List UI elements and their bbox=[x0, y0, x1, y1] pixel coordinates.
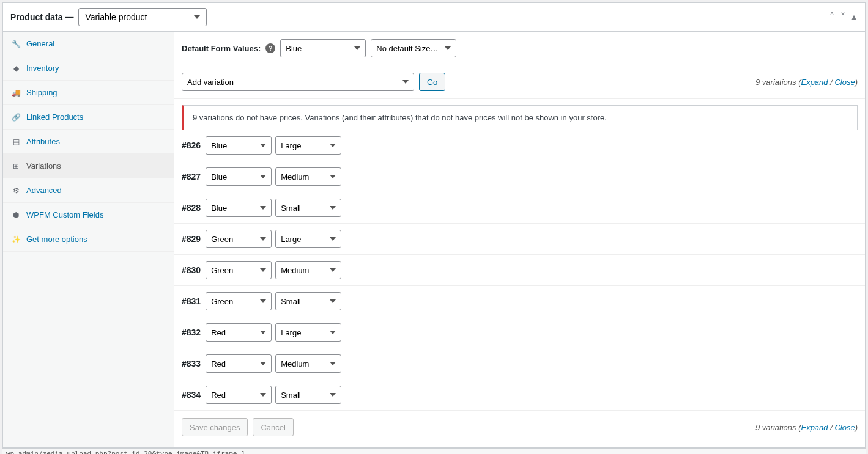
variation-id: #830 bbox=[182, 265, 201, 275]
variations-count-top: 9 variations (Expand / Close) bbox=[755, 78, 858, 87]
variation-id: #831 bbox=[182, 296, 201, 306]
variation-size-select[interactable]: Small bbox=[275, 199, 341, 217]
variation-size-select[interactable]: Small bbox=[275, 292, 341, 310]
variations-content: Default Form Values: ? Blue No default S… bbox=[174, 32, 865, 447]
list-icon: ▤ bbox=[12, 137, 20, 146]
sidebar-item-advanced[interactable]: ⚙Advanced bbox=[3, 178, 174, 203]
variation-id: #826 bbox=[182, 141, 201, 150]
sidebar-item-label: WPFM Custom Fields bbox=[26, 210, 103, 219]
default-form-values-toolbar: Default Form Values: ? Blue No default S… bbox=[174, 32, 865, 65]
variation-id: #828 bbox=[182, 203, 201, 213]
variation-color-select[interactable]: Blue bbox=[206, 199, 272, 217]
variation-color-select[interactable]: Green bbox=[206, 292, 272, 310]
variation-color-select[interactable]: Blue bbox=[206, 136, 272, 155]
sidebar-item-label: Inventory bbox=[26, 64, 59, 73]
expand-link-top[interactable]: Expand bbox=[801, 78, 828, 87]
variation-size-select[interactable]: Small bbox=[275, 386, 341, 404]
variations-list: #826BlueLarge#827BlueMedium#828BlueSmall… bbox=[174, 130, 865, 411]
variation-id: #829 bbox=[182, 234, 201, 244]
close-link-top[interactable]: Close bbox=[834, 78, 855, 87]
sidebar-item-label: Linked Products bbox=[26, 112, 83, 122]
variation-size-select[interactable]: Medium bbox=[275, 167, 341, 186]
save-changes-button[interactable]: Save changes bbox=[182, 418, 248, 436]
panel-move-up-icon[interactable]: ˄ bbox=[828, 11, 836, 23]
close-link-bottom[interactable]: Close bbox=[834, 423, 855, 432]
grid-icon: ⊞ bbox=[12, 162, 20, 170]
default-form-values-label: Default Form Values: bbox=[182, 44, 261, 53]
variation-row[interactable]: #828BlueSmall bbox=[174, 192, 865, 224]
panel-title: Product data — bbox=[10, 12, 73, 22]
wand-icon: ✨ bbox=[12, 235, 20, 244]
price-warning-notice: 9 variations do not have prices. Variati… bbox=[182, 105, 858, 130]
default-color-select[interactable]: Blue bbox=[280, 39, 366, 57]
variation-id: #832 bbox=[182, 328, 201, 337]
variation-color-select[interactable]: Red bbox=[206, 354, 272, 373]
cube-icon: ⬢ bbox=[12, 211, 20, 219]
wrench-icon: 🔧 bbox=[12, 40, 20, 48]
sidebar-item-label: General bbox=[26, 39, 54, 48]
panel-toggle-icon[interactable]: ▴ bbox=[850, 11, 858, 23]
variations-actions-top: Add variation Go 9 variations (Expand / … bbox=[174, 65, 865, 99]
truck-icon: 🚚 bbox=[12, 89, 20, 97]
sidebar-item-label: Variations bbox=[26, 161, 61, 170]
variations-count-bottom: 9 variations (Expand / Close) bbox=[755, 423, 858, 432]
variation-color-select[interactable]: Green bbox=[206, 261, 272, 279]
sidebar-item-inventory[interactable]: ◆Inventory bbox=[3, 56, 174, 81]
variation-row[interactable]: #831GreenSmall bbox=[174, 286, 865, 317]
panel-controls: ˄ ˅ ▴ bbox=[828, 11, 858, 23]
sidebar-item-attributes[interactable]: ▤Attributes bbox=[3, 130, 174, 154]
help-icon[interactable]: ? bbox=[265, 43, 275, 53]
variations-actions-bottom: Save changes Cancel 9 variations (Expand… bbox=[174, 411, 865, 444]
variation-color-select[interactable]: Blue bbox=[206, 167, 272, 186]
variation-color-select[interactable]: Red bbox=[206, 323, 272, 342]
variation-size-select[interactable]: Medium bbox=[275, 354, 341, 373]
sidebar-item-label: Attributes bbox=[26, 137, 60, 146]
variation-row[interactable]: #834RedSmall bbox=[174, 379, 865, 411]
sidebar-item-variations[interactable]: ⊞Variations bbox=[3, 154, 174, 178]
product-type-select[interactable]: Variable product bbox=[78, 8, 207, 26]
variation-id: #827 bbox=[182, 172, 201, 181]
variation-id: #834 bbox=[182, 390, 201, 400]
sidebar-item-more[interactable]: ✨Get more options bbox=[3, 227, 174, 252]
expand-link-bottom[interactable]: Expand bbox=[801, 423, 828, 432]
browser-statusbar: wp-admin/media-upload.php?post_id=20&typ… bbox=[2, 448, 866, 454]
variation-size-select[interactable]: Medium bbox=[275, 261, 341, 279]
sidebar-tabs: 🔧General◆Inventory🚚Shipping🔗Linked Produ… bbox=[3, 32, 174, 447]
panel-header: Product data — Variable product ˄ ˅ ▴ bbox=[3, 3, 865, 32]
variation-row[interactable]: #833RedMedium bbox=[174, 348, 865, 379]
sidebar-item-general[interactable]: 🔧General bbox=[3, 32, 174, 56]
sidebar-item-linked[interactable]: 🔗Linked Products bbox=[3, 105, 174, 130]
variation-row[interactable]: #830GreenMedium bbox=[174, 255, 865, 286]
variation-row[interactable]: #826BlueLarge bbox=[174, 130, 865, 161]
variation-color-select[interactable]: Green bbox=[206, 230, 272, 248]
sidebar-item-label: Shipping bbox=[26, 88, 57, 97]
variation-size-select[interactable]: Large bbox=[275, 136, 341, 155]
go-button[interactable]: Go bbox=[419, 73, 445, 91]
box-icon: ◆ bbox=[12, 64, 20, 73]
variation-row[interactable]: #827BlueMedium bbox=[174, 161, 865, 192]
variation-row[interactable]: #832RedLarge bbox=[174, 317, 865, 348]
default-size-select[interactable]: No default Size… bbox=[371, 39, 456, 57]
variation-id: #833 bbox=[182, 359, 201, 368]
variation-size-select[interactable]: Large bbox=[275, 323, 341, 342]
add-variation-select[interactable]: Add variation bbox=[182, 73, 414, 91]
variation-row[interactable]: #829GreenLarge bbox=[174, 224, 865, 255]
link-icon: 🔗 bbox=[12, 113, 20, 122]
cancel-button[interactable]: Cancel bbox=[253, 418, 293, 436]
variation-color-select[interactable]: Red bbox=[206, 386, 272, 404]
panel-move-down-icon[interactable]: ˅ bbox=[839, 11, 847, 23]
product-data-panel: Product data — Variable product ˄ ˅ ▴ 🔧G… bbox=[2, 2, 866, 448]
sidebar-item-wpfm[interactable]: ⬢WPFM Custom Fields bbox=[3, 203, 174, 227]
sidebar-item-shipping[interactable]: 🚚Shipping bbox=[3, 81, 174, 105]
gear-icon: ⚙ bbox=[12, 186, 20, 195]
sidebar-item-label: Get more options bbox=[26, 235, 87, 244]
variation-size-select[interactable]: Large bbox=[275, 230, 341, 248]
sidebar-item-label: Advanced bbox=[26, 186, 62, 195]
